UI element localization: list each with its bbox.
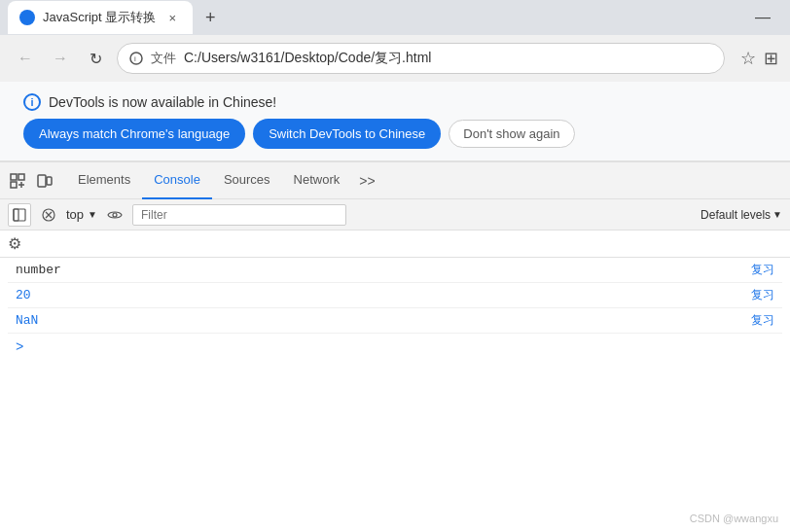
svg-rect-8 [14, 209, 18, 221]
forward-button[interactable]: → [47, 45, 74, 72]
tab-elements[interactable]: Elements [66, 162, 142, 199]
levels-arrow: ▼ [772, 209, 782, 220]
address-text: C:/Users/w3161/Desktop/Code/复习.html [184, 50, 431, 67]
info-icon: i [23, 93, 41, 111]
switch-to-chinese-button[interactable]: Switch DevTools to Chinese [253, 119, 441, 149]
always-match-button[interactable]: Always match Chrome's language [23, 119, 245, 149]
console-link-0[interactable]: 复习 [751, 262, 774, 278]
filter-input[interactable] [132, 204, 346, 226]
devtools-panel: Elements Console Sources Network >> [0, 161, 790, 532]
console-link-1[interactable]: 复习 [751, 287, 774, 303]
svg-point-11 [113, 213, 117, 217]
console-settings-gear-icon[interactable]: ⚙ [8, 235, 21, 252]
lock-icon: i [129, 52, 143, 65]
tab-sources[interactable]: Sources [212, 162, 282, 199]
watermark: CSDN @wwangxu [690, 513, 778, 524]
devtools-notification: i DevTools is now available in Chinese! … [0, 82, 790, 161]
eye-button[interactable] [103, 203, 126, 227]
top-dropdown-arrow: ▼ [88, 209, 97, 220]
bookmark-button[interactable]: ☆ [740, 48, 756, 69]
new-tab-button[interactable]: + [197, 4, 224, 31]
svg-rect-9 [14, 209, 25, 221]
console-output: number 复习 20 复习 NaN 复习 > [0, 258, 790, 532]
console-prompt[interactable]: > [8, 334, 782, 361]
dont-show-again-button[interactable]: Don't show again [449, 120, 574, 148]
svg-rect-7 [47, 177, 52, 185]
svg-rect-6 [38, 175, 46, 187]
svg-rect-3 [11, 174, 17, 180]
more-tabs-button[interactable]: >> [351, 169, 382, 193]
svg-rect-5 [11, 182, 17, 188]
main-area: i DevTools is now available in Chinese! … [0, 82, 790, 532]
titlebar: JavaScript 显示转换 × + — [0, 0, 790, 35]
console-row-number: number 复习 [8, 258, 782, 283]
svg-text:i: i [134, 54, 136, 63]
console-value-number: number [16, 263, 61, 277]
address-scheme: 文件 [151, 50, 176, 67]
tab-title: JavaScript 显示转换 [43, 9, 156, 26]
inspect-element-icon[interactable] [4, 167, 31, 195]
tab-console[interactable]: Console [142, 162, 212, 199]
address-bar[interactable]: i 文件 C:/Users/w3161/Desktop/Code/复习.html [117, 43, 725, 74]
back-button[interactable]: ← [12, 45, 39, 72]
addressbar: ← → ↻ i 文件 C:/Users/w3161/Desktop/Code/复… [0, 35, 790, 82]
top-label: top [66, 207, 84, 222]
sidebar-toggle-button[interactable] [8, 203, 31, 227]
top-selector[interactable]: top ▼ [66, 207, 97, 222]
tab-network[interactable]: Network [282, 162, 352, 199]
notification-buttons: Always match Chrome's language Switch De… [23, 119, 767, 149]
console-settings-row: ⚙ [0, 231, 790, 258]
console-row-nan: NaN 复习 [8, 308, 782, 334]
device-toggle-icon[interactable] [31, 167, 58, 195]
console-value-nan: NaN [16, 313, 38, 328]
console-toolbar: top ▼ Default levels ▼ [0, 199, 790, 231]
svg-point-0 [22, 13, 32, 22]
default-levels-dropdown[interactable]: Default levels ▼ [700, 208, 782, 222]
tab-bar: JavaScript 显示转换 × + [8, 1, 736, 34]
console-value-20: 20 [16, 288, 31, 302]
extensions-button[interactable]: ⊞ [764, 48, 778, 69]
svg-rect-4 [18, 174, 24, 180]
notification-title: i DevTools is now available in Chinese! [23, 93, 767, 111]
minimize-button[interactable]: — [743, 3, 782, 32]
console-row-20: 20 复习 [8, 283, 782, 308]
default-levels-label: Default levels [700, 208, 771, 222]
svg-point-1 [130, 53, 142, 64]
active-tab[interactable]: JavaScript 显示转换 × [8, 1, 193, 34]
tab-close-button[interactable]: × [163, 9, 181, 26]
console-link-2[interactable]: 复习 [751, 312, 774, 329]
clear-console-button[interactable] [37, 203, 60, 227]
tab-favicon [19, 10, 35, 25]
reload-button[interactable]: ↻ [82, 45, 109, 72]
devtools-tabs: Elements Console Sources Network >> [66, 162, 786, 199]
page-content: i DevTools is now available in Chinese! … [0, 82, 790, 532]
notification-text: DevTools is now available in Chinese! [49, 94, 276, 110]
devtools-toolbar: Elements Console Sources Network >> [0, 162, 790, 199]
